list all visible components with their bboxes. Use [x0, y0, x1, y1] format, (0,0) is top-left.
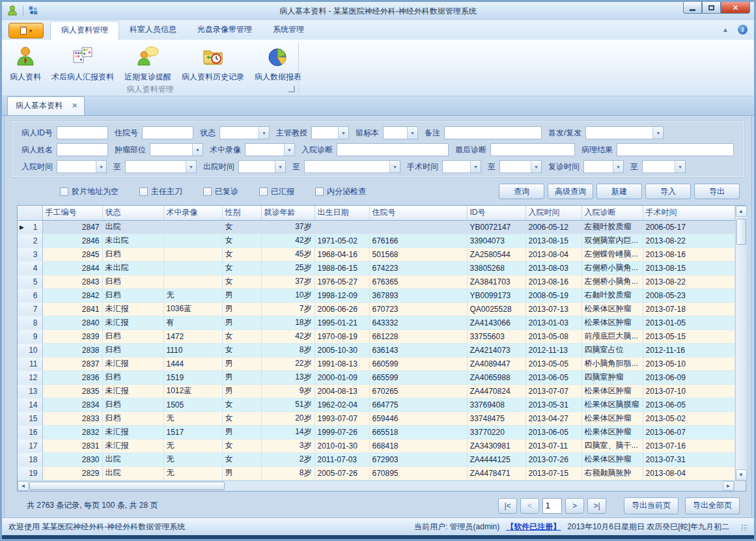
column-header[interactable]: 入院时间 [525, 206, 581, 220]
row-selector[interactable]: 17 [18, 439, 42, 452]
checkbox-icon[interactable] [315, 187, 324, 196]
row-selector[interactable]: 5 [18, 275, 42, 288]
table-row[interactable]: 62842归档无男10岁1998-12-09367893YB0099173200… [18, 288, 735, 302]
table-row[interactable]: 162832未汇报1517男14岁1999-07-266655183377022… [18, 425, 735, 439]
chevron-down-icon[interactable]: ▼ [96, 161, 106, 173]
row-selector[interactable]: 6 [18, 288, 42, 302]
row-selector[interactable]: 9 [18, 329, 42, 343]
search-combo[interactable]: ▼ [150, 143, 203, 156]
ribbon-tab[interactable]: 科室人员信息 [119, 21, 187, 40]
table-row[interactable]: 122836归档1519男13岁2000-01-09665599ZA406598… [18, 370, 735, 384]
row-selector[interactable]: 16 [18, 425, 42, 439]
search-combo[interactable]: ▼ [499, 160, 542, 173]
chevron-down-icon[interactable]: ▼ [338, 127, 348, 139]
row-selector[interactable]: 7 [18, 302, 42, 316]
action-button-查询[interactable]: 查询 [499, 184, 544, 199]
column-header[interactable]: ID号 [467, 206, 525, 220]
action-button-高级查询[interactable]: 高级查询 [548, 184, 593, 199]
column-header[interactable]: 住院号 [369, 206, 467, 220]
ribbon-button[interactable]: 病人资料历史记录 [176, 42, 249, 84]
search-combo[interactable]: ▼ [585, 126, 664, 139]
table-row[interactable]: 42844未出院女25岁1988-06-15674223338052682013… [18, 261, 735, 275]
table-row[interactable]: 132835未汇报1012蓝男9岁2004-08-13670265ZA44708… [18, 384, 735, 398]
row-selector[interactable]: 2 [18, 234, 42, 247]
search-combo[interactable]: ▼ [238, 160, 286, 173]
search-combo[interactable]: ▼ [583, 160, 624, 173]
search-combo[interactable]: ▼ [219, 126, 270, 139]
table-row[interactable]: 102838归档1110女8岁2005-10-30636143ZA4214073… [18, 343, 735, 357]
filter-checkbox[interactable]: 已复诊 [203, 186, 238, 197]
chevron-down-icon[interactable]: ▼ [389, 161, 400, 173]
column-header[interactable] [18, 206, 42, 220]
dialog-launcher-icon[interactable] [288, 86, 295, 92]
action-button-导入[interactable]: 导入 [645, 184, 691, 199]
column-header[interactable]: 出生日期 [315, 206, 369, 220]
row-selector[interactable]: 4 [18, 261, 42, 275]
table-row[interactable]: 92839归档1472女42岁1970-08-19661228337556032… [18, 329, 735, 343]
ribbon-button[interactable]: 病人资料 [5, 42, 46, 84]
pager-first-button[interactable]: |< [498, 498, 517, 514]
chevron-down-icon[interactable]: ▼ [407, 127, 417, 139]
chevron-down-icon[interactable]: ▼ [675, 161, 685, 173]
scroll-down-icon[interactable]: ▼ [736, 469, 747, 480]
search-input[interactable] [57, 143, 108, 156]
registered-link[interactable]: 【软件已注册】 [506, 521, 561, 533]
export-all-pages-button[interactable]: 导出全部页 [685, 497, 740, 514]
search-combo[interactable]: ▼ [57, 160, 107, 173]
search-combo[interactable]: ▼ [442, 160, 481, 173]
search-input[interactable] [617, 143, 734, 156]
search-combo[interactable]: ▼ [245, 143, 295, 156]
info-icon[interactable]: i [738, 25, 748, 35]
chevron-down-icon[interactable]: ▼ [613, 161, 623, 173]
search-input[interactable] [444, 126, 542, 139]
collapse-ribbon-icon[interactable]: ▲ [722, 26, 729, 33]
row-selector[interactable]: 3 [18, 247, 42, 261]
tab-patient-basic-info[interactable]: 病人基本资料 ✕ [7, 96, 85, 115]
scroll-right-icon[interactable]: ► [723, 481, 734, 491]
vertical-scrollbar-thumb[interactable] [736, 219, 746, 245]
checkbox-icon[interactable] [60, 187, 68, 196]
filter-checkbox[interactable]: 内分泌检查 [315, 186, 366, 197]
table-row[interactable]: 192829出院无男8岁2005-07-26670895ZA4478471201… [18, 466, 735, 480]
pager-prev-button[interactable]: < [520, 498, 539, 514]
tab-close-icon[interactable]: ✕ [72, 102, 77, 110]
row-selector[interactable]: 18 [18, 452, 42, 466]
close-button[interactable]: ✕ [721, 2, 750, 14]
ribbon-button[interactable]: 术后病人汇报资料 [46, 42, 119, 84]
ribbon-tab[interactable]: 病人资料管理 [50, 21, 119, 40]
table-row[interactable]: 52843归档女37岁1976-05-27676365ZA38417032013… [18, 275, 735, 288]
table-row[interactable]: 22846未出院女42岁1971-05-02676166339040732013… [18, 234, 735, 247]
chevron-down-icon[interactable]: ▼ [470, 161, 481, 173]
action-button-新建[interactable]: 新建 [596, 184, 642, 199]
chevron-down-icon[interactable]: ▼ [186, 161, 196, 173]
row-selector[interactable]: 11 [18, 357, 42, 370]
app-menu-button[interactable]: ▾ [8, 23, 44, 38]
table-row[interactable]: 72841未汇报1036蓝男7岁2006-06-26670723QA002552… [18, 302, 735, 316]
column-header[interactable]: 入院诊断 [581, 206, 643, 220]
table-row[interactable]: 152833归档无女20岁1993-07-0765944633748475201… [18, 411, 735, 425]
pager-next-button[interactable]: > [565, 498, 584, 514]
ribbon-tab[interactable]: 系统管理 [262, 21, 315, 40]
resize-grip[interactable] [741, 524, 748, 531]
maximize-button[interactable] [702, 2, 721, 14]
action-button-导出[interactable]: 导出 [694, 184, 740, 199]
column-header[interactable]: 性别 [222, 206, 261, 220]
vertical-scrollbar[interactable]: ▲ ▼ [735, 206, 747, 480]
search-combo[interactable]: ▼ [125, 160, 197, 173]
table-row[interactable]: 172831未汇报无女3岁2010-01-30668418ZA343098120… [18, 439, 735, 452]
search-input[interactable] [57, 126, 108, 139]
chevron-down-icon[interactable]: ▼ [259, 127, 269, 139]
chevron-down-icon[interactable]: ▼ [192, 144, 203, 156]
checkbox-icon[interactable] [203, 187, 212, 196]
column-header[interactable]: 手术时间 [643, 206, 735, 220]
column-header[interactable]: 就诊年龄 [261, 206, 315, 220]
page-number-input[interactable] [542, 498, 562, 514]
row-selector[interactable]: 8 [18, 316, 42, 329]
row-selector[interactable]: 12 [18, 370, 42, 384]
search-input[interactable] [337, 143, 449, 156]
chevron-down-icon[interactable]: ▼ [531, 161, 541, 173]
filter-checkbox[interactable]: 已汇报 [259, 186, 294, 197]
row-selector[interactable]: 15 [18, 411, 42, 425]
checkbox-icon[interactable] [259, 187, 268, 196]
chevron-down-icon[interactable]: ▼ [652, 127, 663, 139]
